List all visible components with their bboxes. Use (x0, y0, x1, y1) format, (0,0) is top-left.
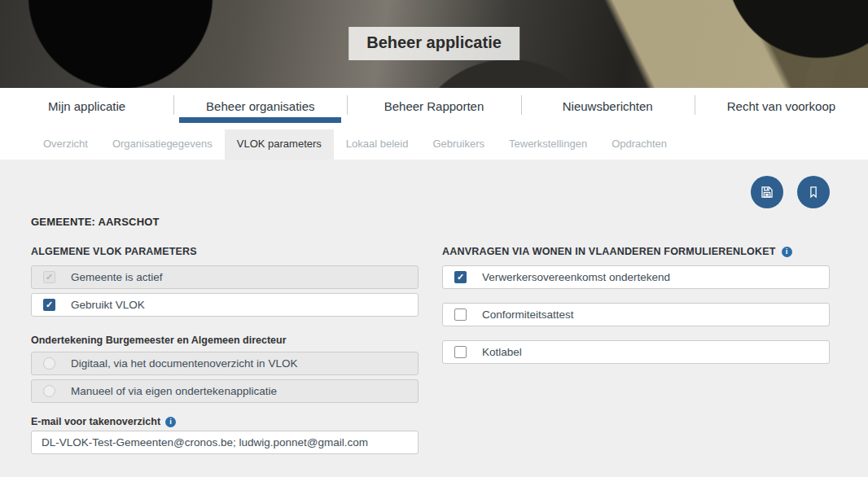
beheer-applicatie-window: Beheer applicatie Mijn applicatie Beheer… (0, 0, 868, 477)
checkbox-row-gebruikt-vlok[interactable]: Gebruikt VLOK (31, 293, 419, 317)
email-label-text: E-mail voor takenoverzicht (31, 416, 160, 427)
bookmark-icon (805, 184, 822, 200)
checkbox-label: Verwerkersovereenkomst ondertekend (482, 271, 670, 283)
subtab-overzicht[interactable]: Overzicht (31, 129, 100, 160)
subtab-opdrachten[interactable]: Opdrachten (599, 129, 679, 160)
radio-icon[interactable] (43, 385, 55, 397)
subtab-lokaal-beleid[interactable]: Lokaal beleid (334, 129, 421, 160)
info-icon[interactable]: i (782, 247, 792, 257)
checkbox-icon[interactable] (454, 271, 467, 283)
checkbox-label: Kotlabel (482, 346, 522, 358)
radio-label: Manueel of via eigen ondertekenapplicati… (71, 385, 277, 397)
checkbox-icon (43, 271, 55, 283)
tab-label: Beheer Rapporten (384, 99, 484, 113)
sub-navigation: Overzicht Organisatiegegevens VLOK param… (0, 124, 868, 160)
tab-recht-van-voorkoop[interactable]: Recht van voorkoop (695, 88, 868, 124)
tab-beheer-rapporten[interactable]: Beheer Rapporten (347, 88, 520, 124)
radio-row-digitaal[interactable]: Digitaal, via het documentenoverzicht in… (31, 352, 419, 375)
checkbox-row-conformiteitsattest[interactable]: Conformiteitsattest (442, 303, 830, 326)
general-checkbox-group: Gemeente is actief Gebruikt VLOK (31, 265, 419, 317)
checkbox-row-kotlabel[interactable]: Kotlabel (442, 340, 830, 364)
email-input[interactable] (31, 431, 419, 454)
radio-row-manueel[interactable]: Manueel of via eigen ondertekenapplicati… (31, 379, 419, 403)
info-icon[interactable]: i (165, 417, 176, 427)
section-title-label: AANVRAGEN VIA WONEN IN VLAANDEREN FORMUL… (442, 246, 776, 257)
tab-mijn-applicatie[interactable]: Mijn applicatie (0, 88, 173, 124)
checkbox-label: Gemeente is actief (71, 271, 163, 283)
signing-group-label: Ondertekening Burgemeester en Algemeen d… (31, 335, 419, 346)
bookmark-button[interactable] (797, 176, 830, 208)
checkbox-icon[interactable] (454, 346, 467, 358)
app-title: Beheer applicatie (349, 27, 519, 60)
checkbox-row-verwerkersovereenkomst[interactable]: Verwerkersovereenkomst ondertekend (442, 265, 830, 289)
main-navigation: Mijn applicatie Beheer organisaties Behe… (0, 88, 868, 124)
tab-label: Recht van voorkoop (727, 99, 835, 113)
algemene-vlok-parameters-title: ALGEMENE VLOK PARAMETERS (31, 246, 419, 257)
formulierenloket-checkbox-group: Verwerkersovereenkomst ondertekend Confo… (442, 265, 830, 364)
email-field-label: E-mail voor takenoverzicht i (31, 416, 419, 427)
tab-label: Mijn applicatie (48, 99, 125, 113)
municipality-heading: GEMEENTE: AARSCHOT (31, 216, 830, 228)
checkbox-row-gemeente-is-actief: Gemeente is actief (31, 265, 419, 289)
tab-label: Nieuwsberichten (563, 99, 653, 113)
checkbox-label: Gebruikt VLOK (71, 299, 145, 311)
signing-radio-group: Digitaal, via het documentenoverzicht in… (31, 352, 419, 403)
section-title-label: ALGEMENE VLOK PARAMETERS (31, 246, 197, 257)
formulierenloket-title: AANVRAGEN VIA WONEN IN VLAANDEREN FORMUL… (442, 246, 830, 257)
checkbox-label: Conformiteitsattest (482, 309, 574, 321)
subtab-vlok-parameters[interactable]: VLOK parameters (225, 129, 334, 160)
radio-icon[interactable] (43, 357, 55, 370)
subtab-gebruikers[interactable]: Gebruikers (420, 129, 497, 160)
tab-label: Beheer organisaties (206, 99, 314, 113)
tab-nieuwsberichten[interactable]: Nieuwsberichten (521, 88, 695, 124)
floppy-disk-save-icon (759, 184, 775, 200)
checkbox-icon[interactable] (43, 299, 55, 311)
subtab-organisatiegegevens[interactable]: Organisatiegegevens (100, 129, 225, 160)
hero-banner: Beheer applicatie (0, 0, 868, 88)
tab-beheer-organisaties[interactable]: Beheer organisaties (173, 88, 347, 124)
form-columns: ALGEMENE VLOK PARAMETERS Gemeente is act… (31, 246, 830, 454)
vlok-parameters-page: GEMEENTE: AARSCHOT ALGEMENE VLOK PARAMET… (0, 160, 868, 477)
checkbox-icon[interactable] (454, 309, 467, 321)
right-column: AANVRAGEN VIA WONEN IN VLAANDEREN FORMUL… (442, 246, 830, 454)
radio-label: Digitaal, via het documentenoverzicht in… (71, 357, 297, 370)
page-actions (31, 176, 830, 208)
subtab-tewerkstellingen[interactable]: Tewerkstellingen (497, 129, 599, 160)
left-column: ALGEMENE VLOK PARAMETERS Gemeente is act… (31, 246, 419, 454)
save-button[interactable] (751, 176, 783, 208)
